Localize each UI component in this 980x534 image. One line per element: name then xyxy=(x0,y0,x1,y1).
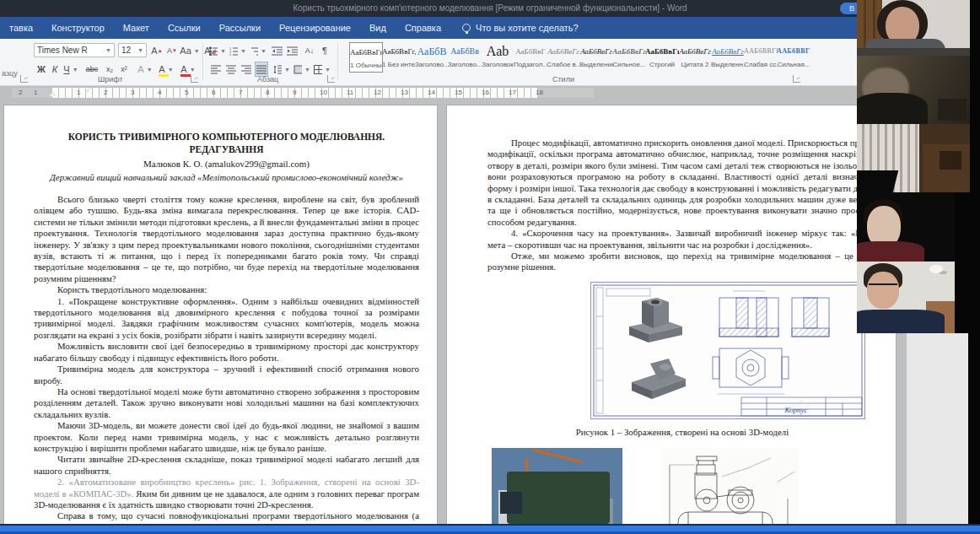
ruler-number: 2 xyxy=(19,88,22,98)
horizontal-ruler[interactable]: 21123456789101112131415161718 xyxy=(12,88,594,98)
underline-button[interactable]: Ч▼ xyxy=(62,62,79,77)
ribbon-tab-3[interactable]: Ссылки xyxy=(159,17,210,39)
line-spacing-icon xyxy=(273,65,282,74)
tell-me-box[interactable]: Что вы хотите сделать? xyxy=(450,23,579,33)
ribbon-tab-5[interactable]: Рецензирование xyxy=(270,17,360,39)
style-sample: АаБбВв xyxy=(448,42,482,61)
highlight-color-bar xyxy=(159,74,169,77)
paragraph: Маючи 3D-модель, ви можете донести свої … xyxy=(34,420,419,454)
style-item-0[interactable]: АаБбВвГг,1 Обычный xyxy=(349,42,383,73)
ceiling-lamp xyxy=(929,265,943,273)
bold-button[interactable]: Ж xyxy=(35,62,47,77)
doc-title-line2: РЕДАГУВАННЯ xyxy=(34,143,419,156)
participant-video-3[interactable] xyxy=(857,124,970,192)
decrease-indent-button[interactable] xyxy=(270,43,283,58)
participant-video-2[interactable] xyxy=(857,56,970,124)
clipboard-group-fragment: азцу xyxy=(2,69,18,78)
ribbon-tab-row: тавкаКонструкторМакетСсылкиРассылкиРецен… xyxy=(0,17,980,39)
ribbon-tab-2[interactable]: Макет xyxy=(114,17,159,39)
hanging-indent-marker[interactable] xyxy=(49,92,56,96)
grow-font-button[interactable]: А▲ xyxy=(150,43,164,58)
left-page-paragraphs: Всього близько чверті століття тому кожн… xyxy=(34,194,419,477)
show-marks-button[interactable]: ¶ xyxy=(319,43,331,58)
tell-me-label: Что вы хотите сделать? xyxy=(476,23,579,33)
highlight-button[interactable]: А▼ xyxy=(157,62,175,77)
style-item-11[interactable]: АаБбВвГгВыделенн... xyxy=(711,42,745,73)
figure-2-images xyxy=(487,448,877,534)
font-dialog-launcher[interactable]: ⌐ xyxy=(191,75,198,83)
paragraph-dialog-launcher[interactable]: ⌐ xyxy=(327,75,335,83)
participant-face xyxy=(867,272,899,309)
align-right-button[interactable] xyxy=(240,62,253,77)
font-size-select[interactable]: 12▼ xyxy=(118,43,147,57)
word-window: Користь трьохмірного комп'ютерного модел… xyxy=(0,0,980,534)
style-item-13[interactable]: ААБбВВГГСильная... xyxy=(777,42,810,73)
style-sample: Aab xyxy=(481,42,514,61)
ruler-number: 1 xyxy=(34,88,37,98)
compressor-photo xyxy=(492,448,622,534)
italic-button[interactable]: К xyxy=(49,62,61,77)
outdent-icon xyxy=(272,46,283,56)
shading-button[interactable]: ▼ xyxy=(293,62,310,77)
style-sample: АаБбВвГг xyxy=(579,42,613,61)
paragraph: Користь твердотільного моделювання: xyxy=(34,284,419,295)
style-item-2[interactable]: АаБбВЗаголово... xyxy=(415,42,449,73)
align-center-button[interactable] xyxy=(224,62,238,77)
top-view xyxy=(713,348,789,394)
increase-indent-button[interactable] xyxy=(285,43,299,58)
doc-title-line1: КОРИСТЬ ТРИВИМІРНОГО КОМПЬЮТЕРНОГО МОДЕЛ… xyxy=(34,131,419,143)
font-name-select[interactable]: Times New R▼ xyxy=(34,43,115,57)
ribbon-tab-0[interactable]: тавка xyxy=(0,17,42,39)
multilevel-list-button[interactable]: ▼ xyxy=(250,43,267,58)
style-item-7[interactable]: АаБбВвГгВыделение xyxy=(579,42,613,73)
participant-shoulders xyxy=(857,310,945,333)
shrink-font-button[interactable]: А▼ xyxy=(165,43,179,58)
style-item-12[interactable]: ААБбВВГГ,Слабая сс... xyxy=(744,42,778,73)
styles-dialog-launcher[interactable]: ⌐ xyxy=(793,75,800,83)
paragraph: Процес модифікації, автоматично прискори… xyxy=(487,138,877,228)
align-left-button[interactable] xyxy=(209,62,223,77)
ribbon-tab-6[interactable]: Вид xyxy=(360,17,396,39)
change-case-button[interactable]: Аа▼ xyxy=(180,43,199,58)
style-item-5[interactable]: АаБбВвГПодзагол... xyxy=(514,42,547,73)
style-item-4[interactable]: AabЗаголовок xyxy=(481,42,514,73)
font-color-bar xyxy=(180,74,191,77)
text-effects-button[interactable]: А▼ xyxy=(137,62,153,77)
paragraph: Читати звичайне 2D-креслення складніше, … xyxy=(34,454,419,477)
ribbon-tab-1[interactable]: Конструктор xyxy=(42,17,114,39)
style-sample: АаБбВвГг xyxy=(711,42,745,61)
style-item-1[interactable]: АаБбВвГг,1 Без инте... xyxy=(382,42,416,73)
ribbon-tab-7[interactable]: Справка xyxy=(396,17,450,39)
screen-share-border-bar xyxy=(0,524,980,534)
video-rail-filler xyxy=(955,192,968,333)
sort-button[interactable]: А↓ xyxy=(302,43,317,58)
style-item-9[interactable]: АаБбВвГг,Строгий xyxy=(645,42,679,73)
participant-video-5[interactable] xyxy=(857,262,955,333)
style-item-10[interactable]: АаБбВвГгЦитата 2 xyxy=(678,42,712,73)
compressor-line-drawing xyxy=(663,448,798,534)
style-item-8[interactable]: АаБбВвГгСильное... xyxy=(612,42,646,73)
ribbon-tabs: тавкаКонструкторМакетСсылкиРассылкиРецен… xyxy=(0,17,450,39)
ruler-number: 16 xyxy=(482,88,489,98)
participant-video-4[interactable] xyxy=(857,192,955,262)
style-sample: АаБбВвГг xyxy=(678,42,712,61)
paragraph: Можливість висловити свої ідеї безпосере… xyxy=(34,341,419,364)
style-sample: ААБбВВГГ, xyxy=(744,42,778,61)
style-item-3[interactable]: АаБбВвЗаголово... xyxy=(448,42,482,73)
style-sample: АаБбВвГг, xyxy=(350,43,382,62)
participant-shoulders xyxy=(857,93,928,124)
ribbon-tab-4[interactable]: Рассылки xyxy=(210,17,270,39)
title-block-part-name: Корпус xyxy=(783,406,807,414)
participant-shoulders xyxy=(857,241,924,262)
paragraph: 1. «Покращене конструктивне оформлення».… xyxy=(34,296,419,342)
style-item-6[interactable]: АаБбВвГгСлабое в... xyxy=(547,42,580,73)
group-divider xyxy=(337,43,338,80)
ruler-number: 9 xyxy=(293,88,296,98)
numbered-list-button[interactable]: 123▼ xyxy=(229,43,246,58)
clipboard-dialog-launcher[interactable]: ⌐ xyxy=(20,75,28,83)
style-label: Цитата 2 xyxy=(678,61,712,68)
first-line-indent-marker[interactable] xyxy=(84,88,91,92)
bullet-list-button[interactable]: ▼ xyxy=(209,43,226,58)
participant-video-1[interactable] xyxy=(857,0,970,56)
side-view xyxy=(792,298,829,337)
